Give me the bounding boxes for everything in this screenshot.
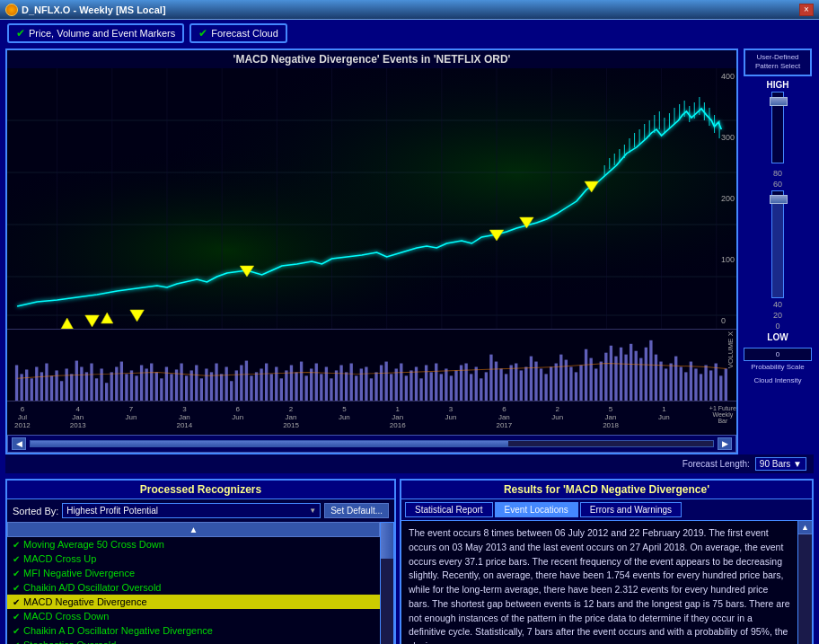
- svg-rect-129: [390, 374, 392, 401]
- check-icon-0: ✔: [13, 540, 20, 550]
- svg-rect-185: [669, 364, 672, 401]
- svg-rect-150: [495, 362, 498, 401]
- x-axis: 6Jul2012 4Jan2013 7Jun 3Jan2014 6Jun: [7, 401, 736, 435]
- chart-title: 'MACD Negative Divergence' Events in 'NE…: [7, 50, 736, 68]
- svg-rect-127: [380, 366, 383, 401]
- rec-item-1[interactable]: ✔MACD Cross Up: [7, 551, 380, 566]
- r-axis-20: 20: [773, 311, 782, 320]
- close-button[interactable]: ×: [799, 4, 814, 16]
- rec-item-2[interactable]: ✔MFI Negative Divergence: [7, 566, 380, 580]
- svg-rect-182: [655, 355, 657, 401]
- rec-label-3: Chaikin A/D Oscillator Oversold: [23, 582, 161, 593]
- chart-container: 'MACD Negative Divergence' Events in 'NE…: [5, 49, 814, 454]
- intensity-slider-track[interactable]: [771, 190, 784, 298]
- rec-item-7[interactable]: ✔Stochastics Oversold: [7, 638, 380, 644]
- list-scroll-up[interactable]: ▲: [7, 522, 380, 537]
- rec-item-4[interactable]: ✔MACD Negative Divergence: [7, 595, 380, 609]
- intensity-thumb[interactable]: [770, 195, 788, 204]
- svg-rect-116: [325, 366, 328, 401]
- x-tick-3: 3Jan2014: [176, 405, 192, 429]
- cloud-intensity-label: Cloud Intensity: [744, 376, 812, 384]
- check-icon-price: ✔: [16, 27, 25, 40]
- pattern-select-label: User-Defined Pattern Select: [748, 53, 807, 72]
- x-tick-4: 6Jun: [232, 405, 243, 429]
- right-results: Results for 'MACD Negative Divergence' S…: [400, 479, 814, 644]
- svg-rect-144: [464, 364, 467, 401]
- set-default-button[interactable]: Set Default...: [324, 503, 389, 518]
- scroll-right-btn[interactable]: ▶: [718, 437, 732, 450]
- svg-rect-95: [220, 374, 223, 401]
- results-scroll-up[interactable]: ▲: [798, 521, 812, 534]
- list-scroll-track[interactable]: [381, 523, 393, 644]
- app-icon: [5, 4, 18, 16]
- svg-rect-122: [355, 375, 357, 401]
- forecast-label: Forecast Length:: [682, 459, 750, 469]
- check-icon-2: ✔: [13, 569, 20, 578]
- prob-scale-value: 0: [776, 350, 779, 358]
- svg-rect-90: [195, 366, 198, 401]
- rec-item-5[interactable]: ✔MACD Cross Down: [7, 609, 380, 623]
- processed-recognizers-title: Processed Recognizers: [7, 481, 394, 499]
- scroll-track[interactable]: [30, 440, 714, 447]
- svg-rect-162: [555, 364, 558, 401]
- svg-rect-132: [405, 375, 408, 401]
- forecast-dropdown-arrow: ▼: [793, 459, 802, 469]
- high-slider-thumb[interactable]: [770, 97, 788, 106]
- statistical-report-text: The event occurs 8 times between 06 July…: [409, 527, 790, 644]
- tab-forecast-cloud[interactable]: ✔ Forecast Cloud: [189, 23, 287, 43]
- svg-rect-88: [185, 375, 188, 401]
- rec-item-3[interactable]: ✔Chaikin A/D Oscillator Oversold: [7, 580, 380, 595]
- sorted-by-label: Sorted By:: [13, 506, 58, 516]
- svg-rect-153: [510, 366, 513, 401]
- rec-label-6: Chaikin A D Oscillator Negative Divergen…: [23, 625, 213, 636]
- svg-rect-92: [205, 368, 207, 401]
- svg-rect-71: [100, 368, 102, 401]
- high-label: HIGH: [767, 80, 789, 90]
- svg-rect-111: [300, 362, 303, 401]
- svg-rect-87: [180, 364, 182, 401]
- svg-rect-184: [665, 368, 667, 401]
- svg-rect-161: [550, 366, 552, 401]
- high-slider-track[interactable]: [771, 92, 784, 163]
- tab-price-volume[interactable]: ✔ Price, Volume and Event Markers: [7, 23, 184, 43]
- results-scroll-track[interactable]: [798, 534, 812, 644]
- svg-rect-82: [155, 372, 158, 401]
- svg-rect-91: [200, 378, 203, 401]
- svg-rect-175: [620, 348, 622, 401]
- check-icon-4: ✔: [13, 597, 20, 607]
- svg-rect-195: [719, 375, 722, 401]
- svg-rect-163: [559, 355, 562, 401]
- volume-svg: [7, 330, 736, 401]
- rec-item-6[interactable]: ✔Chaikin A D Oscillator Negative Diverge…: [7, 623, 380, 638]
- tab-event-locations[interactable]: Event Locations: [495, 502, 578, 517]
- scroll-area: ◀ ▶: [7, 435, 736, 453]
- svg-rect-157: [530, 357, 533, 401]
- y-label-0: 0: [721, 316, 735, 325]
- svg-rect-72: [105, 383, 108, 401]
- rec-item-0[interactable]: ✔Moving Average 50 Cross Down: [7, 537, 380, 551]
- scroll-left-btn[interactable]: ◀: [12, 437, 26, 450]
- svg-rect-105: [270, 374, 273, 401]
- svg-rect-64: [66, 368, 68, 401]
- y-label-200: 200: [721, 194, 735, 203]
- recognizer-list: ✔Moving Average 50 Cross Down✔MACD Cross…: [7, 537, 380, 644]
- results-tabs: Statistical Report Event Locations Error…: [401, 499, 812, 521]
- check-icon-6: ✔: [13, 626, 20, 636]
- r-axis-40: 40: [773, 300, 782, 309]
- svg-rect-121: [350, 364, 353, 401]
- tab-errors[interactable]: Errors and Warnings: [580, 502, 682, 517]
- tab-statistical[interactable]: Statistical Report: [405, 502, 493, 517]
- left-panel: Processed Recognizers Sorted By: Highest…: [5, 479, 396, 644]
- svg-rect-113: [310, 368, 313, 401]
- svg-rect-79: [140, 366, 143, 401]
- svg-rect-81: [150, 364, 153, 401]
- svg-rect-172: [604, 353, 607, 401]
- svg-rect-60: [45, 364, 48, 401]
- pattern-select-text: User-Defined Pattern Select: [755, 53, 800, 70]
- forecast-select[interactable]: 90 Bars ▼: [755, 457, 806, 471]
- svg-rect-62: [55, 370, 57, 401]
- check-icon-1: ✔: [13, 554, 20, 564]
- sorted-by-select[interactable]: Highest Profit Potential ▼: [62, 503, 321, 518]
- price-chart: PRICE: [7, 68, 736, 329]
- svg-rect-186: [674, 357, 677, 401]
